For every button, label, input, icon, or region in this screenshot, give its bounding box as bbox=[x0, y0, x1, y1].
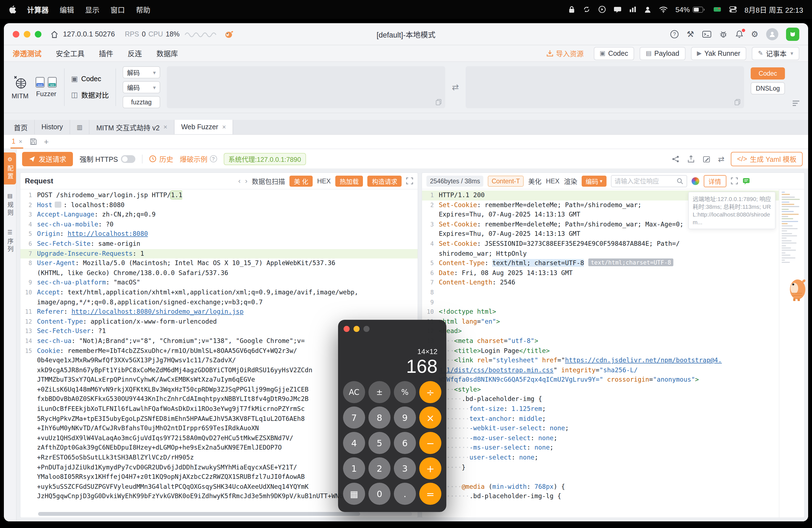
yakit-app-icon[interactable] bbox=[786, 27, 799, 41]
calc-key-9[interactable]: 9 bbox=[394, 407, 416, 429]
send-request-button[interactable]: 发送请求 bbox=[22, 151, 73, 166]
home-icon[interactable] bbox=[50, 30, 59, 38]
calc-key-8[interactable]: 8 bbox=[368, 407, 391, 429]
edit-icon[interactable] bbox=[702, 155, 710, 163]
fuzzer-tool-button[interactable]: Web WS Fuzzer bbox=[35, 66, 57, 108]
codec-input-right[interactable] bbox=[466, 66, 744, 108]
response-hex-button[interactable]: HEX bbox=[546, 177, 560, 185]
fuzztag-button[interactable]: fuzztag bbox=[122, 96, 160, 108]
calc-key-minus[interactable]: − bbox=[419, 432, 441, 454]
nav-tab-渗透测试[interactable]: 渗透测试 bbox=[13, 48, 41, 59]
response-minimap[interactable] bbox=[779, 189, 804, 517]
content-type-tag[interactable]: Content-T bbox=[488, 175, 524, 186]
nav-button-Codec[interactable]: ▣Codec bbox=[594, 47, 634, 60]
search-icon[interactable] bbox=[677, 178, 683, 184]
calc-key-percent[interactable]: % bbox=[394, 381, 416, 403]
menubar-menu-显示[interactable]: 显示 bbox=[85, 4, 99, 15]
tab-close-icon[interactable]: × bbox=[163, 123, 168, 131]
hotload-button[interactable]: 热加载 bbox=[335, 175, 363, 186]
response-search-input[interactable] bbox=[614, 178, 674, 184]
calc-key-clear[interactable]: AC bbox=[343, 381, 365, 403]
hex-button[interactable]: HEX bbox=[317, 177, 331, 185]
calc-key-plus[interactable]: + bbox=[419, 457, 441, 480]
calc-key-equals[interactable]: = bbox=[419, 483, 441, 505]
import-resource-button[interactable]: 导入资源 bbox=[546, 48, 584, 59]
codec-input-left[interactable] bbox=[167, 66, 445, 108]
horizontal-scrollbar[interactable] bbox=[38, 512, 412, 516]
nav-button-记事本[interactable]: ✎记事本▾ bbox=[752, 47, 799, 60]
beautify-button[interactable]: 美 化 bbox=[289, 175, 313, 186]
wifi-icon[interactable] bbox=[659, 6, 668, 13]
tab-Web Fuzzer[interactable]: Web Fuzzer× bbox=[175, 120, 233, 134]
tools-icon[interactable]: ⚒ bbox=[686, 30, 694, 38]
calc-key-plus-minus[interactable]: ± bbox=[368, 381, 391, 403]
calc-key-multiply[interactable]: × bbox=[419, 407, 441, 429]
fullscreen-icon[interactable] bbox=[406, 177, 414, 185]
calc-key-7[interactable]: 7 bbox=[343, 407, 365, 429]
dnslog-button[interactable]: DNSLog bbox=[751, 82, 785, 94]
data-compare-button[interactable]: ◫数据对比 bbox=[71, 89, 109, 100]
calc-key-3[interactable]: 3 bbox=[394, 457, 416, 480]
menubar-clock[interactable]: 8月8日 周五 22:13 bbox=[744, 4, 803, 15]
blast-example-button[interactable]: 爆破示例 ? bbox=[180, 153, 217, 164]
swap-icon[interactable]: ⇄ bbox=[718, 155, 724, 163]
chat-icon[interactable] bbox=[614, 6, 621, 13]
close-window-button[interactable] bbox=[13, 31, 19, 37]
nav-tab-反连[interactable]: 反连 bbox=[128, 48, 142, 59]
calc-key-divide[interactable]: ÷ bbox=[419, 381, 441, 403]
side-tab-序列[interactable]: ☰序列 bbox=[4, 225, 16, 258]
fuzzer-subtab-1[interactable]: 1 × bbox=[11, 135, 24, 149]
encode-select[interactable]: 编码▾ bbox=[122, 81, 160, 93]
history-button[interactable]: 历史 bbox=[149, 153, 173, 164]
export-icon[interactable] bbox=[687, 155, 695, 163]
response-render-button[interactable]: 渲染 bbox=[564, 176, 577, 186]
chart-icon[interactable] bbox=[629, 6, 636, 13]
calc-key-2[interactable]: 2 bbox=[368, 457, 391, 480]
user-icon[interactable] bbox=[644, 6, 651, 13]
side-tab-配置[interactable]: ⚙配置 bbox=[4, 152, 16, 185]
calc-key-1[interactable]: 1 bbox=[343, 457, 365, 480]
nav-tab-安全工具[interactable]: 安全工具 bbox=[56, 48, 85, 59]
control-center-icon[interactable] bbox=[729, 6, 737, 13]
tab-close-icon[interactable]: × bbox=[19, 138, 23, 144]
share-icon[interactable] bbox=[671, 155, 679, 163]
detail-button[interactable]: 详情 bbox=[704, 175, 726, 187]
side-tab-规则[interactable]: ▤规则 bbox=[4, 189, 16, 221]
calc-key-0[interactable]: 0 bbox=[368, 483, 391, 505]
sort-lines-icon[interactable] bbox=[792, 99, 800, 108]
tab-History[interactable]: History bbox=[35, 120, 70, 134]
add-tab-icon[interactable]: + bbox=[44, 137, 49, 146]
packet-scan-button[interactable]: 数据包扫描 bbox=[252, 176, 285, 186]
response-encode-button[interactable]: 编码▾ bbox=[582, 175, 606, 186]
decode-select[interactable]: 解码▾ bbox=[122, 66, 160, 78]
minimize-window-button[interactable] bbox=[24, 31, 30, 37]
sync-icon[interactable] bbox=[583, 5, 591, 13]
calc-zoom-button[interactable] bbox=[363, 326, 369, 332]
calc-key-keypad[interactable]: ▦ bbox=[343, 483, 365, 505]
calc-key-decimal[interactable]: . bbox=[394, 483, 416, 505]
terminal-icon[interactable] bbox=[702, 30, 711, 38]
fullscreen-icon[interactable] bbox=[730, 177, 738, 185]
notification-bell-icon[interactable] bbox=[735, 30, 743, 38]
play-circle-icon[interactable] bbox=[598, 5, 606, 13]
menubar-menu-帮助[interactable]: 帮助 bbox=[136, 4, 150, 15]
settings-gear-icon[interactable]: ⚙ bbox=[751, 30, 758, 38]
debug-icon[interactable] bbox=[719, 30, 727, 38]
swap-icon[interactable]: ⇄ bbox=[452, 82, 459, 92]
comment-icon[interactable] bbox=[742, 177, 750, 185]
nav-tab-数据库[interactable]: 数据库 bbox=[156, 48, 178, 59]
display-icon[interactable] bbox=[713, 6, 721, 12]
menubar-app-name[interactable]: 计算器 bbox=[27, 4, 48, 15]
calc-key-4[interactable]: 4 bbox=[343, 432, 365, 454]
force-https-toggle[interactable] bbox=[121, 155, 135, 163]
nav-button-Yak Runner[interactable]: ▶Yak Runner bbox=[691, 47, 746, 60]
help-icon[interactable]: ? bbox=[670, 30, 679, 39]
generate-yaml-button[interactable]: </> 生成 Yaml 模板 bbox=[731, 151, 802, 166]
save-icon[interactable] bbox=[30, 138, 37, 145]
zoom-window-button[interactable] bbox=[35, 31, 41, 37]
copy-icon[interactable] bbox=[734, 99, 741, 105]
codec-tool-button[interactable]: ▣Codec bbox=[71, 75, 109, 83]
tab-首页[interactable]: 首页 bbox=[7, 120, 35, 134]
theme-color-icon[interactable] bbox=[691, 177, 699, 185]
nav-button-Payload[interactable]: ▤Payload bbox=[640, 47, 685, 60]
